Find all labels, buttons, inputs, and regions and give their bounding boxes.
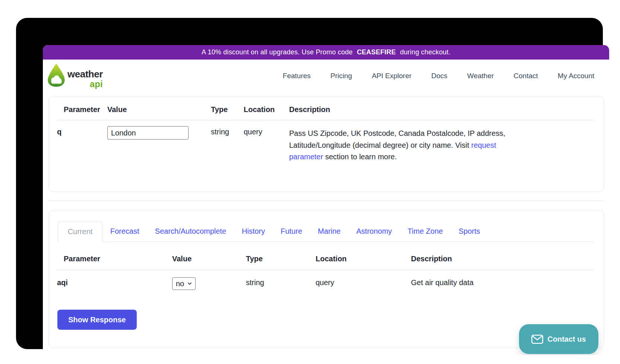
contact-us-button[interactable]: Contact us	[519, 324, 598, 354]
tab-history[interactable]: History	[234, 221, 273, 242]
col-header-location: Location	[316, 242, 411, 270]
param-type: string	[246, 270, 316, 290]
q-value-input[interactable]	[107, 126, 189, 140]
header: weather api Features Pricing API Explore…	[43, 60, 609, 92]
col-header-type: Type	[211, 96, 244, 120]
aqi-selected-option: no	[176, 280, 184, 288]
chevron-down-icon	[187, 282, 192, 285]
tab-current[interactable]: Current	[58, 221, 102, 242]
nav-item-api-explorer[interactable]: API Explorer	[372, 72, 412, 80]
param-location: query	[316, 270, 411, 290]
api-tabs: Current Forecast Search/Autocomplete His…	[58, 221, 594, 242]
col-header-parameter: Parameter	[57, 96, 107, 120]
aqi-value-cell: no	[172, 270, 246, 290]
nav-item-docs[interactable]: Docs	[431, 72, 447, 80]
envelope-icon	[531, 335, 543, 344]
nav-item-weather[interactable]: Weather	[467, 72, 494, 80]
logo-word-weather: weather	[67, 69, 103, 79]
promo-text-pre: A 10% discount on all upgrades. Use Prom…	[202, 48, 355, 56]
contact-us-label: Contact us	[547, 335, 586, 344]
request-params-card: Parameter Value Type Location Descriptio…	[48, 96, 604, 192]
col-header-description: Description	[411, 242, 594, 270]
tab-time-zone[interactable]: Time Zone	[400, 221, 451, 242]
param-name-aqi: aqi	[57, 270, 172, 290]
promo-code: CEASEFIRE	[357, 48, 396, 56]
param-location: query	[244, 120, 289, 163]
col-header-parameter: Parameter	[57, 242, 172, 270]
col-header-type: Type	[246, 242, 316, 270]
param-name-q: q	[57, 120, 107, 163]
param-type: string	[211, 120, 244, 163]
param-value-cell	[107, 120, 211, 163]
current-params-table: Parameter Value Type Location Descriptio…	[57, 242, 594, 290]
aqi-select[interactable]: no	[172, 277, 196, 290]
col-header-location: Location	[244, 96, 289, 120]
description-text-post: section to learn more.	[323, 153, 397, 161]
tab-search-autocomplete[interactable]: Search/Autocomplete	[147, 221, 234, 242]
nav-item-features[interactable]: Features	[283, 72, 311, 80]
browser-frame: A 10% discount on all upgrades. Use Prom…	[16, 18, 603, 349]
col-header-description: Description	[289, 96, 594, 120]
tab-forecast[interactable]: Forecast	[102, 221, 147, 242]
api-methods-card: Current Forecast Search/Autocomplete His…	[48, 211, 604, 348]
page-window: A 10% discount on all upgrades. Use Prom…	[43, 45, 609, 355]
tab-future[interactable]: Future	[273, 221, 310, 242]
logo[interactable]: weather api	[47, 63, 103, 89]
tab-sports[interactable]: Sports	[451, 221, 488, 242]
promo-banner: A 10% discount on all upgrades. Use Prom…	[43, 45, 609, 60]
logo-word-api: api	[90, 80, 103, 89]
nav-item-my-account[interactable]: My Account	[558, 72, 594, 80]
request-params-table: Parameter Value Type Location Descriptio…	[57, 96, 594, 163]
logo-text: weather api	[67, 63, 103, 89]
raindrop-logo-icon	[47, 63, 65, 87]
promo-text-post: during checkout.	[398, 48, 450, 56]
show-response-button[interactable]: Show Response	[57, 310, 137, 330]
tab-astronomy[interactable]: Astronomy	[348, 221, 400, 242]
main-nav: Features Pricing API Explorer Docs Weath…	[283, 72, 594, 80]
tab-marine[interactable]: Marine	[310, 221, 348, 242]
section-divider	[47, 200, 604, 201]
param-description: Pass US Zipcode, UK Postcode, Canada Pos…	[289, 120, 535, 163]
nav-item-contact[interactable]: Contact	[513, 72, 538, 80]
param-description: Get air quality data	[411, 270, 594, 290]
nav-item-pricing[interactable]: Pricing	[330, 72, 352, 80]
col-header-value: Value	[172, 242, 246, 270]
col-header-value: Value	[107, 96, 211, 120]
